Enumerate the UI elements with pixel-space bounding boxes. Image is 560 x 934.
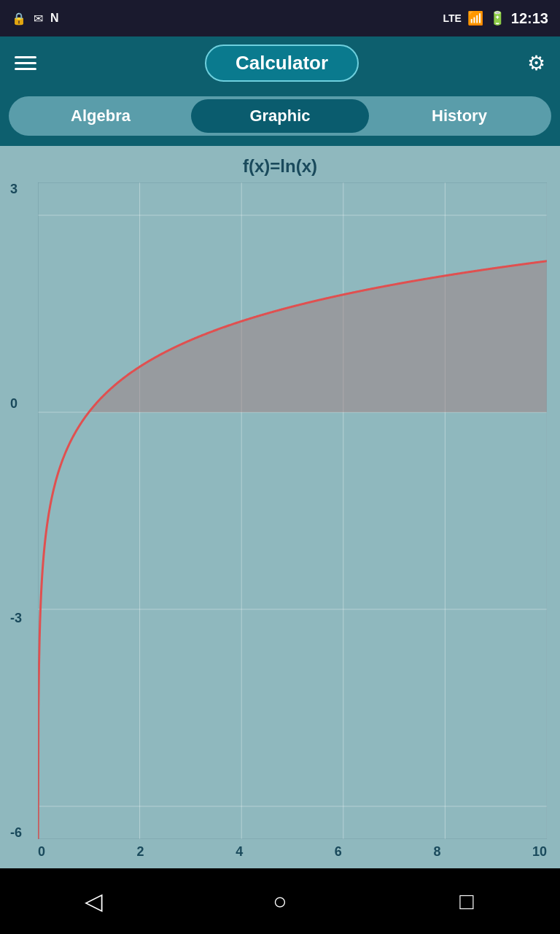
y-label-0: 0 [10,397,22,410]
graph-canvas [38,182,547,839]
graph-area[interactable]: 3 0 -3 -6 0 2 4 6 8 10 [38,182,547,839]
status-bar: 🔒 ✉ N LTE 📶 🔋 12:13 [0,0,560,36]
time-display: 12:13 [511,10,548,27]
function-label: f(x)=ln(x) [0,146,560,182]
bottom-nav: ◁ ○ □ [0,868,560,934]
lte-icon: LTE [443,12,461,24]
battery-icon: 🔋 [489,10,505,26]
x-label-8: 8 [433,844,440,860]
x-label-4: 4 [236,844,243,860]
y-axis-labels: 3 0 -3 -6 [10,182,22,839]
x-label-0: 0 [38,844,45,860]
app-title-container: Calculator [205,45,359,82]
x-label-2: 2 [137,844,144,860]
gmail-icon: ✉ [34,12,43,26]
n-icon: N [50,12,59,25]
header: Calculator ⚙ [0,36,560,89]
recent-button[interactable]: □ [445,879,489,923]
status-right-icons: LTE 📶 🔋 12:13 [443,10,548,27]
tab-history[interactable]: History [370,99,548,133]
tab-graphic[interactable]: Graphic [191,99,369,133]
menu-button[interactable] [15,56,36,70]
tab-algebra[interactable]: Algebra [12,99,190,133]
home-button[interactable]: ○ [258,879,302,923]
x-label-6: 6 [335,844,342,860]
x-label-10: 10 [532,844,547,860]
back-button[interactable]: ◁ [71,879,115,923]
graph-container: f(x)=ln(x) 3 0 -3 -6 0 2 4 6 8 10 [0,146,560,868]
y-label-n3: -3 [10,611,22,625]
tabs-container: Algebra Graphic History [0,89,560,146]
y-label-3: 3 [10,182,22,196]
tab-bar: Algebra Graphic History [9,96,551,136]
y-label-n6: -6 [10,826,22,839]
app-title: Calculator [236,52,328,74]
status-left-icons: 🔒 ✉ N [12,12,59,26]
x-axis-labels: 0 2 4 6 8 10 [38,844,547,860]
lock-icon: 🔒 [12,12,26,26]
settings-button[interactable]: ⚙ [527,51,545,75]
signal-icon: 📶 [467,10,483,26]
